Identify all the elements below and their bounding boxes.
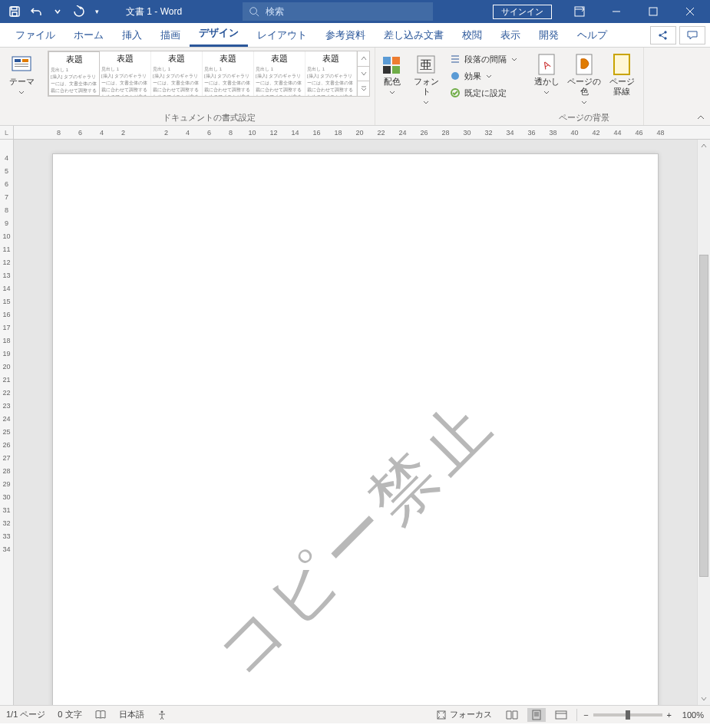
- svg-rect-25: [614, 54, 629, 74]
- vertical-ruler[interactable]: 4567891011121314151617181920212223242526…: [0, 140, 14, 705]
- svg-rect-2: [12, 12, 17, 16]
- fonts-button[interactable]: 亜 フォント: [409, 51, 443, 108]
- tab-help[interactable]: ヘルプ: [568, 24, 616, 47]
- style-set-item[interactable]: 表題見出し 1[挿入] タブのギャラリーには、文書全体の体裁に合わせて調整するた…: [203, 51, 254, 96]
- focus-mode-button[interactable]: フォーカス: [436, 709, 492, 720]
- ribbon-display-button[interactable]: [563, 0, 596, 23]
- spell-check-button[interactable]: [94, 710, 107, 720]
- effects-button[interactable]: 効果: [446, 68, 520, 84]
- style-set-item[interactable]: 表題見出し 1[挿入] タブのギャラリーには、文書全体の体裁に合わせて調整するた…: [48, 51, 100, 96]
- maximize-button[interactable]: [636, 0, 670, 23]
- workspace: L 86422468101214161820222426283032343638…: [0, 126, 710, 705]
- svg-rect-11: [15, 64, 28, 64]
- gallery-down[interactable]: [357, 67, 369, 82]
- undo-button[interactable]: [26, 2, 46, 21]
- group-label-page-background: ページの背景: [530, 111, 639, 125]
- sign-in-button[interactable]: サインイン: [493, 5, 552, 19]
- svg-rect-15: [392, 57, 400, 64]
- language-button[interactable]: 日本語: [119, 709, 144, 720]
- svg-rect-5: [649, 8, 657, 15]
- status-bar: 1/1 ページ 0 文字 日本語 フォーカス − + 100%: [0, 705, 710, 723]
- themes-button[interactable]: テーマ: [5, 51, 38, 98]
- page[interactable]: コピー禁止: [52, 153, 659, 705]
- watermark-button[interactable]: A 透かし: [530, 51, 563, 98]
- collapse-ribbon-button[interactable]: [696, 113, 705, 124]
- redo-button[interactable]: [69, 2, 89, 21]
- title-bar: ▾ 文書 1 - Word 検索 サインイン: [0, 0, 710, 23]
- tab-home[interactable]: ホーム: [64, 24, 113, 47]
- scroll-up-button[interactable]: [698, 140, 710, 152]
- style-set-item[interactable]: 表題見出し 1[挿入] タブのギャラリーには、文書全体の体裁に合わせて調整するた…: [305, 51, 357, 96]
- accessibility-button[interactable]: [157, 710, 167, 720]
- search-box[interactable]: 検索: [243, 2, 433, 21]
- group-label-document-formatting: ドキュメントの書式設定: [48, 111, 370, 125]
- ribbon-design: テーマ 表題見出し 1[挿入] タブのギャラリーには、文書全体の体裁に合わせて調…: [0, 48, 710, 126]
- tab-view[interactable]: 表示: [491, 24, 530, 47]
- vertical-scrollbar[interactable]: [697, 140, 710, 705]
- svg-rect-17: [392, 66, 400, 74]
- print-layout-button[interactable]: [527, 708, 546, 722]
- tab-developer[interactable]: 開発: [530, 24, 568, 47]
- svg-rect-14: [383, 57, 391, 64]
- set-default-button[interactable]: 既定に設定: [446, 84, 520, 101]
- horizontal-ruler[interactable]: L 86422468101214161820222426283032343638…: [0, 126, 710, 140]
- save-button[interactable]: [5, 2, 25, 21]
- tab-file[interactable]: ファイル: [6, 24, 64, 47]
- svg-point-20: [451, 72, 459, 80]
- minimize-button[interactable]: [599, 0, 633, 23]
- watermark-text: コピー禁止: [197, 380, 514, 697]
- document-area[interactable]: コピー禁止: [14, 140, 697, 705]
- read-mode-button[interactable]: [503, 708, 521, 722]
- style-set-item[interactable]: 表題見出し 1[挿入] タブのギャラリーには、文書全体の体裁に合わせて調整するた…: [151, 51, 203, 96]
- scroll-down-button[interactable]: [698, 693, 710, 705]
- zoom-percent[interactable]: 100%: [676, 710, 704, 720]
- ribbon-tabs: ファイル ホーム 挿入 描画 デザイン レイアウト 参考資料 差し込み文書 校閲…: [0, 23, 710, 48]
- qat-customize[interactable]: ▾: [91, 2, 103, 21]
- style-set-item[interactable]: 表題見出し 1[挿入] タブのギャラリーには、文書全体の体裁に合わせて調整するた…: [254, 51, 305, 96]
- zoom-out-button[interactable]: −: [583, 710, 588, 720]
- window-controls: サインイン: [493, 0, 710, 23]
- svg-rect-13: [22, 59, 28, 62]
- tab-review[interactable]: 校閲: [453, 24, 491, 47]
- zoom-slider[interactable]: [593, 713, 662, 716]
- document-title: 文書 1 - Word: [126, 5, 182, 18]
- svg-point-7: [665, 31, 666, 33]
- quick-access-toolbar: ▾: [0, 2, 103, 21]
- tab-selector[interactable]: L: [0, 126, 14, 140]
- word-count[interactable]: 0 文字: [58, 709, 81, 720]
- comments-button[interactable]: [679, 26, 705, 44]
- svg-rect-10: [15, 59, 21, 62]
- svg-point-8: [665, 38, 666, 39]
- web-layout-button[interactable]: [552, 708, 570, 722]
- search-icon: [249, 6, 259, 17]
- book-icon: [94, 710, 107, 720]
- svg-rect-29: [556, 711, 566, 719]
- undo-split[interactable]: [48, 2, 68, 21]
- tab-layout[interactable]: レイアウト: [248, 24, 316, 47]
- zoom-in-button[interactable]: +: [667, 710, 672, 720]
- page-borders-button[interactable]: ページ 罫線: [605, 51, 639, 98]
- chevron-down-icon: [18, 91, 25, 94]
- style-set-gallery[interactable]: 表題見出し 1[挿入] タブのギャラリーには、文書全体の体裁に合わせて調整するた…: [48, 51, 370, 97]
- svg-rect-12: [15, 66, 28, 67]
- svg-point-6: [659, 35, 661, 36]
- paragraph-spacing-button[interactable]: 段落の間隔: [446, 51, 520, 68]
- close-button[interactable]: [673, 0, 707, 23]
- tab-references[interactable]: 参考資料: [316, 24, 375, 47]
- tab-mailings[interactable]: 差し込み文書: [375, 24, 453, 47]
- tab-design[interactable]: デザイン: [190, 21, 248, 47]
- share-button[interactable]: [650, 26, 676, 44]
- gallery-up[interactable]: [357, 51, 369, 67]
- svg-point-26: [160, 710, 163, 713]
- style-set-item[interactable]: 表題見出し 1[挿入] タブのギャラリーには、文書全体の体裁に合わせて調整するた…: [100, 51, 151, 96]
- scroll-thumb[interactable]: [699, 255, 708, 577]
- gallery-more[interactable]: [357, 81, 369, 96]
- colors-button[interactable]: 配色: [375, 51, 409, 98]
- svg-rect-28: [533, 710, 540, 720]
- page-color-button[interactable]: ページの色: [563, 51, 605, 108]
- svg-point-3: [249, 8, 256, 15]
- tab-insert[interactable]: 挿入: [113, 24, 151, 47]
- page-count[interactable]: 1/1 ページ: [6, 709, 45, 720]
- svg-text:亜: 亜: [420, 58, 432, 71]
- tab-draw[interactable]: 描画: [151, 24, 190, 47]
